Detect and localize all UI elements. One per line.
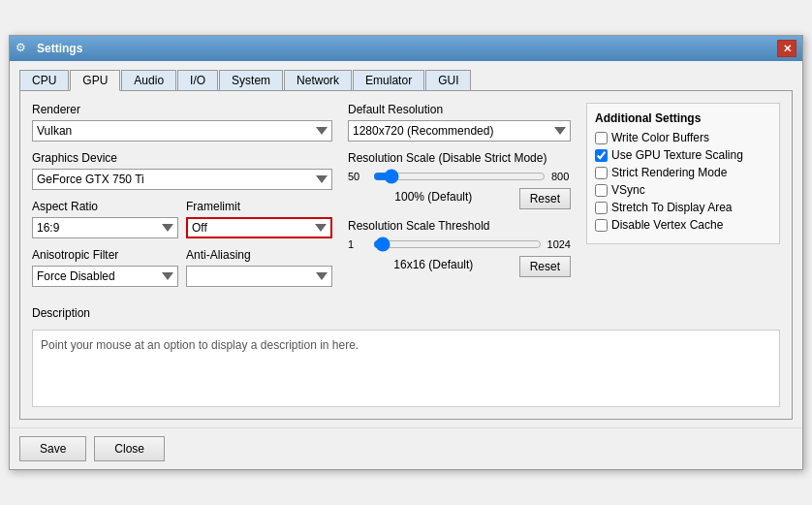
- checkbox-strict-rendering: Strict Rendering Mode: [595, 166, 771, 179]
- res-scale-slider[interactable]: [373, 169, 546, 184]
- res-threshold-slider-row: 1 1024: [348, 237, 571, 252]
- res-threshold-max: 1024: [547, 238, 571, 250]
- default-res-group: Default Resolution 1280x720 (Recommended…: [348, 103, 571, 142]
- anisotropic-select[interactable]: Force Disabled 2x 4x 8x 16x: [32, 266, 178, 287]
- tab-audio[interactable]: Audio: [121, 70, 176, 91]
- main-content: CPU GPU Audio I/O System Network Emulato…: [10, 61, 802, 427]
- checkbox-stretch: Stretch To Display Area: [595, 201, 771, 214]
- aspect-ratio-label: Aspect Ratio: [32, 200, 178, 213]
- write-color-label: Write Color Buffers: [611, 131, 709, 144]
- tab-gpu[interactable]: GPU: [70, 70, 120, 91]
- res-scale-min: 50: [348, 171, 367, 182]
- renderer-label: Renderer: [32, 103, 332, 116]
- framelimit-label: Framelimit: [186, 200, 332, 213]
- stretch-label: Stretch To Display Area: [611, 201, 733, 214]
- checkbox-gpu-texture: Use GPU Texture Scaling: [595, 148, 771, 162]
- window-title: Settings: [37, 42, 82, 55]
- default-res-label: Default Resolution: [348, 103, 571, 116]
- write-color-checkbox[interactable]: [595, 132, 608, 144]
- anisotropic-label: Anisotropic Filter: [32, 248, 178, 262]
- checkbox-vsync: VSync: [595, 183, 771, 197]
- close-button-footer[interactable]: Close: [94, 436, 165, 461]
- tab-io[interactable]: I/O: [177, 70, 218, 91]
- aspect-ratio-group: Aspect Ratio 16:9 4:3 Stretch: [32, 200, 178, 238]
- vertex-cache-checkbox[interactable]: [595, 219, 608, 232]
- default-res-select[interactable]: 1280x720 (Recommended) 1920x1080 3840x21…: [348, 120, 571, 142]
- aspect-framelimit-group: Aspect Ratio 16:9 4:3 Stretch Framelimit: [32, 200, 332, 238]
- tab-network[interactable]: Network: [284, 70, 352, 91]
- title-bar: ⚙ Settings ✕: [10, 36, 802, 61]
- settings-icon: ⚙: [16, 41, 31, 56]
- tab-gui[interactable]: GUI: [425, 70, 471, 91]
- res-threshold-default: 16x16 (Default): [348, 258, 519, 271]
- strict-rendering-checkbox[interactable]: [595, 167, 608, 179]
- tab-cpu[interactable]: CPU: [19, 70, 69, 91]
- tab-bar: CPU GPU Audio I/O System Network Emulato…: [19, 69, 793, 90]
- res-threshold-slider[interactable]: [373, 237, 542, 252]
- left-column: Renderer Vulkan OpenGL Null Graphics Dev…: [32, 103, 332, 297]
- antialiasing-select[interactable]: None 2x 4x: [186, 266, 332, 287]
- stretch-checkbox[interactable]: [595, 202, 608, 214]
- right-column: Additional Settings Write Color Buffers …: [586, 103, 780, 297]
- middle-column: Default Resolution 1280x720 (Recommended…: [348, 103, 571, 297]
- footer: Save Close: [10, 427, 802, 469]
- graphics-device-select[interactable]: GeForce GTX 750 Ti: [32, 169, 332, 190]
- tab-emulator[interactable]: Emulator: [353, 70, 424, 91]
- description-title: Description: [32, 306, 780, 320]
- gpu-texture-checkbox[interactable]: [595, 149, 608, 162]
- aniso-aa-group: Anisotropic Filter Force Disabled 2x 4x …: [32, 248, 332, 287]
- antialiasing-label: Anti-Aliasing: [186, 248, 332, 262]
- framelimit-select[interactable]: Off 30 60 120: [186, 217, 332, 238]
- vsync-checkbox[interactable]: [595, 184, 608, 197]
- res-scale-default: 100% (Default): [348, 190, 519, 204]
- additional-title: Additional Settings: [595, 111, 771, 125]
- gpu-tab-panel: Renderer Vulkan OpenGL Null Graphics Dev…: [19, 90, 793, 420]
- vertex-cache-label: Disable Vertex Cache: [611, 218, 723, 232]
- res-scale-label: Resolution Scale (Disable Strict Mode): [348, 151, 571, 165]
- additional-settings-panel: Additional Settings Write Color Buffers …: [586, 103, 780, 244]
- renderer-group: Renderer Vulkan OpenGL Null: [32, 103, 332, 142]
- checkbox-vertex-cache: Disable Vertex Cache: [595, 218, 771, 232]
- renderer-select[interactable]: Vulkan OpenGL Null: [32, 120, 332, 142]
- res-scale-group: Resolution Scale (Disable Strict Mode) 5…: [348, 151, 571, 209]
- save-button[interactable]: Save: [19, 436, 86, 461]
- description-area: Point your mouse at an option to display…: [32, 330, 780, 407]
- settings-window: ⚙ Settings ✕ CPU GPU Audio I/O System Ne…: [9, 35, 803, 470]
- res-scale-slider-row: 50 800: [348, 169, 571, 184]
- close-button[interactable]: ✕: [777, 40, 796, 57]
- anisotropic-group: Anisotropic Filter Force Disabled 2x 4x …: [32, 248, 178, 287]
- res-threshold-min: 1: [348, 238, 367, 250]
- res-scale-reset-button[interactable]: Reset: [519, 188, 571, 209]
- res-scale-max: 800: [551, 171, 571, 182]
- checkbox-write-color: Write Color Buffers: [595, 131, 771, 144]
- aspect-ratio-select[interactable]: 16:9 4:3 Stretch: [32, 217, 178, 238]
- res-threshold-label: Resolution Scale Threshold: [348, 219, 571, 233]
- title-bar-left: ⚙ Settings: [16, 41, 82, 56]
- res-threshold-reset-button[interactable]: Reset: [519, 256, 571, 277]
- res-threshold-group: Resolution Scale Threshold 1 1024 16x16 …: [348, 219, 571, 277]
- graphics-device-group: Graphics Device GeForce GTX 750 Ti: [32, 151, 332, 190]
- graphics-device-label: Graphics Device: [32, 151, 332, 165]
- description-section: Description Point your mouse at an optio…: [32, 306, 780, 407]
- framelimit-group: Framelimit Off 30 60 120: [186, 200, 332, 238]
- description-text: Point your mouse at an option to display…: [41, 338, 359, 352]
- antialiasing-group: Anti-Aliasing None 2x 4x: [186, 248, 332, 287]
- strict-rendering-label: Strict Rendering Mode: [611, 166, 727, 179]
- gpu-texture-label: Use GPU Texture Scaling: [611, 148, 743, 162]
- vsync-label: VSync: [611, 183, 645, 197]
- tab-system[interactable]: System: [219, 70, 283, 91]
